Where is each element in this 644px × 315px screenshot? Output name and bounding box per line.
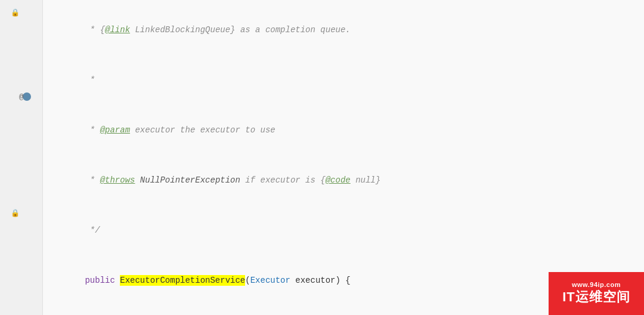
lock-icon-2: 🔒 (11, 209, 20, 218)
code-line-2: * (55, 55, 644, 105)
gutter: 🔒 🔒 @ (0, 0, 43, 315)
watermark-url: www.94ip.com (572, 281, 621, 288)
at-symbol: @ (19, 92, 24, 101)
highlighted-method: ExecutorCompletionService (120, 275, 245, 286)
code-lines: * {@link LinkedBlockingQueue} as a compl… (43, 0, 644, 315)
lock-icon-1: 🔒 (11, 8, 20, 17)
code-line-5: */ (55, 205, 644, 255)
code-line-4: * @throws NullPointerException if execut… (55, 155, 644, 205)
code-line-1: * {@link LinkedBlockingQueue} as a compl… (55, 5, 644, 55)
breakpoint-dot (23, 92, 31, 101)
code-line-3: * @param executor the executor to use (55, 105, 644, 155)
watermark: www.94ip.com IT运维空间 (549, 272, 644, 315)
watermark-text: IT运维空间 (562, 288, 630, 306)
comment-1: * (85, 25, 100, 35)
code-container: 🔒 🔒 @ * {@link LinkedBlockingQueue} as a… (0, 0, 644, 315)
